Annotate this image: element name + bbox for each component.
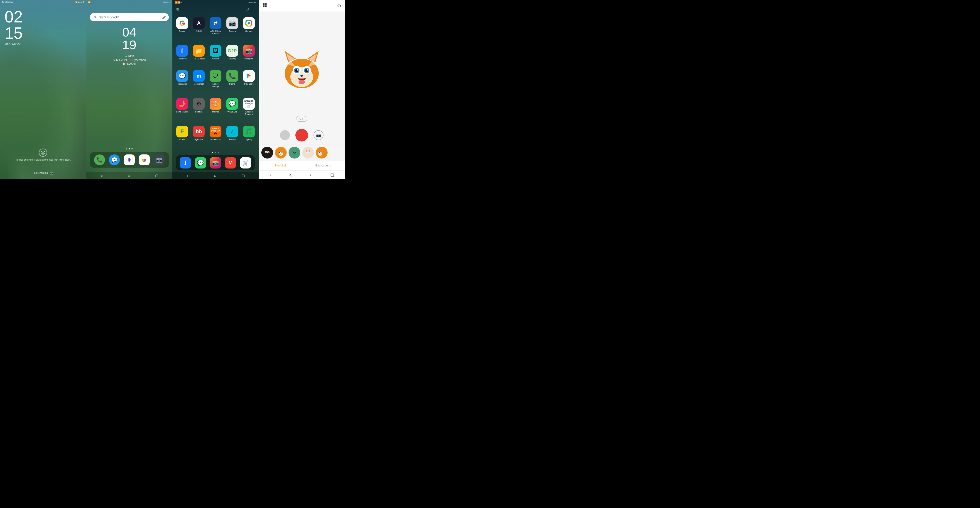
app-mobile-manager[interactable]: 🛡 Mobile Manager [208,69,223,95]
dock-whatsapp[interactable]: 💬 [195,157,206,168]
app-label-messages: Messages [177,83,187,85]
app-icon-bigbasket[interactable]: bb [193,125,205,137]
app-label-settings: Settings [195,111,202,113]
app-icon-file-manager[interactable]: 📁 [193,45,205,57]
app-amazon-shopping[interactable]: amazon shopping 🛒 Amazon Shopping [241,97,257,123]
home-btn-4[interactable]: ⌂ [310,172,313,177]
emoji-bear[interactable] [288,147,300,159]
back-btn-2[interactable]: ◁ [100,173,103,178]
app-icon-phone[interactable]: 📞 [226,70,238,82]
tab-zenimoji[interactable]: ZeniMoji [259,161,302,170]
app-bigbasket[interactable]: bb bigbasket [191,124,207,149]
app-prime-now[interactable]: amazon prime now ⏱ Prime Now [208,124,223,149]
app-icon-settings[interactable]: ⚙ [193,98,205,110]
record-btn[interactable] [295,129,308,141]
app-icon-instagram[interactable]: 📸 [243,45,255,57]
app-go2pay[interactable]: G2P Go2Pay [224,44,240,68]
recents-btn-2[interactable]: ▢ [155,173,159,178]
dock-gmail[interactable]: M [225,157,236,168]
dock-camera[interactable]: 📷 [154,154,164,165]
app-phone[interactable]: 📞 Phone [224,69,240,95]
menu-icon-drawer[interactable]: ⋮ [251,8,255,12]
face-detect-container[interactable]: No face detected. Please tap the face ic… [16,149,71,161]
app-settings[interactable]: ⚙ Settings [191,97,207,123]
app-google[interactable]: Google [174,16,190,43]
app-whatsapp[interactable]: 💬 WhatsApp [224,97,240,123]
gif-button[interactable]: GIF [296,116,307,122]
dock-chrome[interactable] [139,154,150,165]
app-messages[interactable]: 💬 Messages [174,69,190,95]
home-btn-3[interactable]: ⌂ [214,173,216,178]
app-icon-google[interactable] [176,17,188,29]
app-icon-go2pay[interactable]: G2P [226,45,238,57]
app-icon-messenger[interactable]: m [193,70,205,82]
emoji-fox-active[interactable] [275,147,287,159]
back-btn-3[interactable]: ◁ [186,173,189,178]
recents-btn-3[interactable]: ▢ [241,173,245,178]
app-gallery[interactable]: 🖼 Gallery [208,44,223,68]
emoji-owl[interactable] [261,147,273,159]
emoji-bunny[interactable] [302,147,314,159]
app-label-instagram: Instagram [244,57,253,60]
app-icon-messages[interactable]: 💬 [176,70,188,82]
flip-camera-btn[interactable]: 📷 [313,130,323,140]
app-themes[interactable]: 🎨 Themes [208,97,223,123]
app-icon-asus[interactable]: A [193,17,205,29]
app-selfie[interactable]: 🤳 Selfie Master [174,97,190,123]
app-icon-camera[interactable]: 📷 [226,17,238,29]
app-icon-amazon-shopping[interactable]: amazon shopping 🛒 [243,98,255,110]
mic-icon[interactable]: 🎤 [162,16,166,19]
app-facebook[interactable]: f Facebook [174,44,190,68]
app-icon-playstore[interactable] [243,70,255,82]
gray-capture-btn[interactable] [280,130,290,140]
app-asus-transfer[interactable]: ⇄ ASUS Data Transfer [208,16,223,43]
gif-label: GIF [299,117,304,121]
app-label-google: Google [179,30,185,32]
app-icon-prime-now[interactable]: amazon prime now ⏱ [210,125,221,137]
app-spotify[interactable]: 🎵 Spotify [241,124,257,149]
app-file-manager[interactable]: 📁 File Manager [191,44,207,68]
app-chrome[interactable]: Chrome [241,16,257,43]
app-messenger[interactable]: m Messenger [191,69,207,95]
search-placeholder-text[interactable]: Say "Ok Google" [99,16,161,19]
app-icon-facebook[interactable]: f [176,45,188,57]
camera-shortcut-icon[interactable]: 📷 [50,171,54,175]
home-btn-2[interactable]: ⌂ [128,173,130,178]
tab-background[interactable]: Background [302,161,345,170]
google-search-bar[interactable]: G Say "Ok Google" 🎤 [90,13,169,21]
app-icon-spotify[interactable]: 🎵 [243,125,255,137]
dock-play[interactable] [124,154,135,165]
app-camera[interactable]: 📷 Camera [224,16,240,43]
down-arrow-icon[interactable]: ↓ [269,172,271,177]
app-instagram[interactable]: 📸 Instagram [241,44,257,68]
search-input-drawer[interactable] [182,8,244,12]
app-icon-gallery[interactable]: 🖼 [210,45,221,57]
dock-phone[interactable]: 📞 [94,154,105,165]
emoji-fox-partial[interactable] [316,147,328,159]
grid-view-icon[interactable] [262,3,267,9]
dock-facebook[interactable]: f [180,157,191,168]
app-jiomusic[interactable]: ♪ JioMusic [224,124,240,149]
face-icon[interactable] [39,149,47,157]
app-playstore[interactable]: Play Store [241,69,257,95]
app-flipkart[interactable]: F Flipkart [174,124,190,149]
app-icon-asus-transfer[interactable]: ⇄ [210,17,221,29]
app-icon-chrome[interactable] [243,17,255,29]
app-icon-selfie[interactable]: 🤳 [176,98,188,110]
recents-btn-4[interactable]: ▢ [330,172,334,177]
app-asus[interactable]: A ASUS [191,16,207,43]
drawer-search-bar[interactable]: 🔍 🎤 ⋮ [172,6,259,14]
settings-icon[interactable]: ⚙ [337,3,341,9]
svg-point-67 [306,149,307,152]
app-icon-flipkart[interactable]: F [176,125,188,137]
dock-amazon[interactable]: 🛒 [240,157,251,168]
dock-instagram[interactable]: 📸 [210,157,221,168]
dock-messages[interactable]: 💬 [109,154,120,165]
app-icon-mobile-manager[interactable]: 🛡 [210,70,221,82]
app-icon-themes[interactable]: 🎨 [210,98,221,110]
back-btn-4[interactable]: ◁ [289,172,292,177]
svg-point-74 [309,152,309,153]
mic-icon-drawer[interactable]: 🎤 [246,8,250,12]
app-icon-whatsapp[interactable]: 💬 [226,98,238,110]
app-icon-jiomusic[interactable]: ♪ [226,125,238,137]
